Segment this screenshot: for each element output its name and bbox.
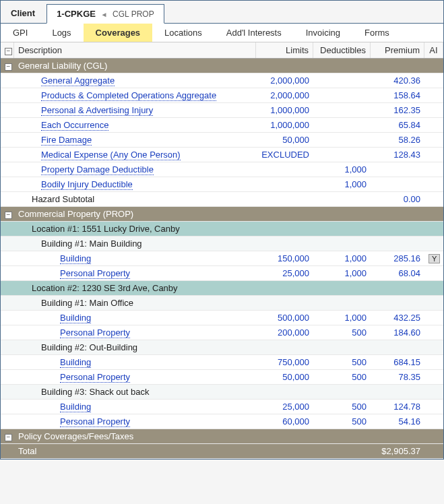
grid-body: −General Liability (CGL)General Aggregat… — [1, 59, 443, 459]
coverage-link-text[interactable]: Medical Expense (Any One Person) — [41, 150, 181, 160]
value-cell — [313, 139, 371, 141]
value-cell — [371, 168, 424, 171]
coverage-link-text[interactable]: Building — [60, 253, 91, 264]
coverage-link-text[interactable]: Building — [60, 357, 91, 368]
col-limits[interactable]: Limits — [256, 42, 313, 58]
ai-badge[interactable]: Y — [429, 254, 440, 263]
value-cell: 500 — [313, 415, 371, 428]
ai-cell — [424, 332, 443, 334]
tab-client[interactable]: Client — [1, 3, 45, 23]
value-cell: 25,000 — [256, 400, 313, 413]
section-title[interactable]: General Liability (CGL) — [14, 59, 256, 72]
value-cell: 50,000 — [256, 371, 313, 383]
coverage-link-text[interactable]: Personal Property — [60, 372, 130, 383]
coverage-link: Personal & Advertising Injury — [14, 104, 256, 117]
value-cell: 158.64 — [371, 89, 424, 102]
sub-tab-gpi[interactable]: GPI — [1, 24, 40, 42]
coverage-link-text[interactable]: Bodily Injury Deductible — [41, 179, 133, 190]
total-label: Total — [14, 445, 256, 458]
building-title[interactable]: Building #1: Main Office — [14, 296, 256, 309]
value-cell: 184.60 — [371, 326, 424, 339]
value-cell: EXCLUDED — [256, 148, 313, 161]
location-title[interactable]: Location #2: 1230 SE 3rd Ave, Canby — [14, 282, 256, 294]
value-cell: 500 — [313, 356, 371, 369]
ai-cell — [424, 109, 443, 112]
coverage-link: Personal Property — [14, 415, 256, 428]
coverage-link-text[interactable]: Building — [60, 313, 91, 323]
tab-policy-sublabel: CGL PROP — [113, 9, 154, 19]
sub-tab-invoicing[interactable]: Invoicing — [294, 24, 352, 42]
collapse-all-icon[interactable]: − — [5, 48, 12, 55]
value-cell: 200,000 — [256, 326, 313, 339]
value-cell: 1,000,000 — [256, 104, 313, 117]
building-title[interactable]: Building #1: Main Building — [14, 237, 256, 250]
ai-cell — [424, 94, 443, 97]
ai-cell — [424, 272, 443, 275]
coverage-link-text[interactable]: Products & Completed Operations Aggregat… — [41, 90, 216, 101]
col-ai[interactable]: AI — [424, 42, 443, 58]
building-title[interactable]: Building #2: Out-Building — [14, 341, 256, 354]
coverage-link: Building — [14, 252, 256, 265]
coverage-link: Property Damage Deductible — [14, 163, 256, 176]
coverage-link: Building — [14, 356, 256, 369]
sub-tab-add-l-interests[interactable]: Add'l Interests — [214, 24, 294, 42]
sub-tab-forms[interactable]: Forms — [352, 24, 402, 42]
value-cell: 1,000 — [313, 163, 371, 176]
coverage-link-text[interactable]: Building — [60, 402, 91, 412]
value-cell: 50,000 — [256, 133, 313, 146]
tab-back-icon[interactable]: ◄ — [101, 11, 108, 18]
ai-cell — [424, 376, 443, 379]
sub-tab-logs[interactable]: Logs — [40, 24, 83, 42]
value-cell — [313, 124, 371, 127]
value-cell: 54.16 — [371, 415, 424, 428]
sub-tab-coverages[interactable]: Coverages — [84, 24, 152, 42]
coverage-link-text[interactable]: Personal Property — [60, 416, 130, 427]
collapse-icon[interactable]: − — [5, 63, 12, 71]
coverage-link-text[interactable]: Personal Property — [60, 268, 130, 279]
value-cell: 285.16 — [371, 252, 424, 265]
value-cell: 432.25 — [371, 311, 424, 324]
coverage-link-text[interactable]: Fire Damage — [41, 135, 92, 146]
location-title[interactable]: Location #1: 1551 Lucky Drive, Canby — [14, 222, 256, 235]
building-title[interactable]: Building #3: Shack out back — [14, 385, 256, 398]
col-description[interactable]: Description — [14, 42, 256, 58]
coverage-link-text[interactable]: Personal & Advertising Injury — [41, 105, 153, 116]
value-cell: 25,000 — [256, 267, 313, 280]
tab-policy-label: 1-CPKGE — [57, 9, 96, 19]
coverage-link: Products & Completed Operations Aggregat… — [14, 89, 256, 102]
hazard-subtotal-label: Hazard Subtotal — [14, 193, 256, 206]
ai-cell — [424, 420, 443, 423]
value-cell: 2,000,000 — [256, 89, 313, 102]
ai-cell — [424, 139, 443, 141]
coverage-link-text[interactable]: General Aggregate — [41, 75, 115, 86]
ai-cell — [424, 317, 443, 319]
top-tab-bar: Client 1-CPKGE ◄ CGL PROP — [1, 1, 443, 24]
section-title[interactable]: Policy Coverages/Fees/Taxes — [14, 430, 256, 443]
coverage-link: Fire Damage — [14, 133, 256, 146]
tab-policy-active[interactable]: 1-CPKGE ◄ CGL PROP — [46, 4, 164, 24]
value-cell: 2,000,000 — [256, 74, 313, 87]
value-cell: 58.26 — [371, 133, 424, 146]
col-premium[interactable]: Premium — [371, 42, 424, 58]
value-cell — [313, 80, 371, 82]
coverage-link-text[interactable]: Each Occurrence — [41, 120, 108, 131]
collapse-icon[interactable]: − — [5, 434, 12, 441]
value-cell: 1,000 — [313, 311, 371, 324]
ai-cell — [424, 168, 443, 171]
value-cell: 1,000 — [313, 252, 371, 265]
value-cell: 750,000 — [256, 356, 313, 369]
col-deductibles[interactable]: Deductibles — [313, 42, 371, 58]
value-cell: 500,000 — [256, 311, 313, 324]
value-cell: 124.78 — [371, 400, 424, 413]
sub-tab-locations[interactable]: Locations — [152, 24, 214, 42]
coverage-link-text[interactable]: Personal Property — [60, 327, 130, 338]
coverage-link: Personal Property — [14, 326, 256, 339]
section-title[interactable]: Commercial Property (PROP) — [14, 208, 256, 220]
coverage-link: Building — [14, 400, 256, 413]
value-cell: 128.43 — [371, 148, 424, 161]
collapse-icon[interactable]: − — [5, 212, 12, 219]
value-cell: 500 — [313, 371, 371, 383]
coverage-link-text[interactable]: Property Damage Deductible — [41, 164, 154, 175]
coverage-link: Building — [14, 311, 256, 324]
value-cell: 500 — [313, 326, 371, 339]
